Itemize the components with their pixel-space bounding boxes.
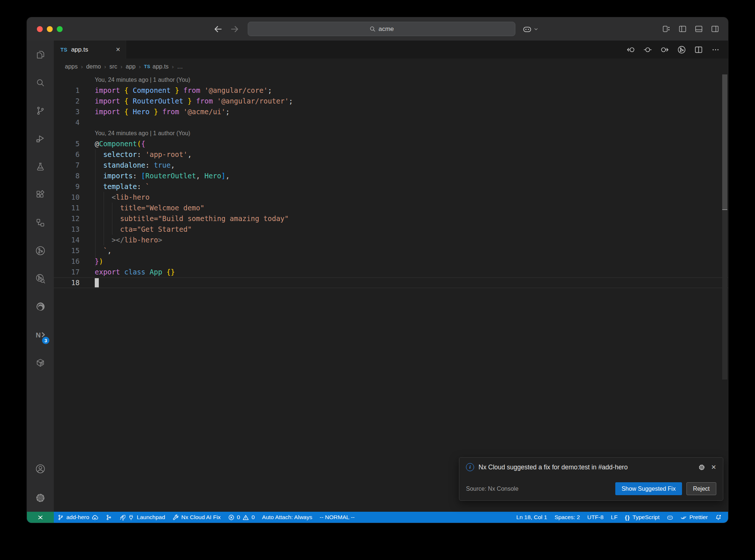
line-number[interactable]: 4 xyxy=(54,117,95,128)
vim-mode-status[interactable]: -- NORMAL -- xyxy=(316,512,358,523)
sidebar-item-source-control[interactable] xyxy=(27,97,54,125)
history-forward-button[interactable] xyxy=(230,24,240,34)
history-back-button[interactable] xyxy=(213,24,223,34)
vertical-scrollbar[interactable] xyxy=(721,74,728,512)
line-number[interactable]: 10 xyxy=(54,192,95,203)
sidebar-item-edge-browser[interactable] xyxy=(27,293,54,321)
code-line-3[interactable]: 3import { Hero } from '@acme/ui'; xyxy=(54,106,728,117)
sidebar-item-testing[interactable] xyxy=(27,153,54,181)
breadcrumb-item-appts[interactable]: TSapp.ts xyxy=(144,63,169,70)
toggle-panel-left-icon[interactable] xyxy=(678,25,687,33)
code-line-13[interactable]: 13 cta="Get Started" xyxy=(54,224,728,235)
close-window-button[interactable] xyxy=(37,26,43,32)
nav-back-icon[interactable] xyxy=(626,45,635,54)
line-number[interactable]: 18 xyxy=(54,277,95,288)
sidebar-item-explorer[interactable] xyxy=(27,41,54,69)
chevron-down-icon xyxy=(533,27,539,32)
breadcrumb-item-[interactable]: … xyxy=(177,63,183,70)
commit-graph-status[interactable] xyxy=(102,512,115,523)
code-line-10[interactable]: 10 <lib-hero xyxy=(54,192,728,203)
problems-status[interactable]: 00 xyxy=(225,512,258,523)
sidebar-item-extensions[interactable] xyxy=(27,181,54,209)
sidebar-item-settings[interactable] xyxy=(27,484,54,512)
sidebar-item-accounts[interactable] xyxy=(27,456,54,484)
show-suggested-fix-button[interactable]: Show Suggested Fix xyxy=(615,482,682,495)
line-number[interactable]: 2 xyxy=(54,96,95,106)
breadcrumb-item-src[interactable]: src xyxy=(109,63,117,70)
sidebar-item-run-and-debug[interactable] xyxy=(27,125,54,153)
code-line-14[interactable]: 14 ></lib-hero> xyxy=(54,235,728,245)
sidebar-item-graph-search[interactable] xyxy=(27,265,54,293)
symbol-ref-icon[interactable] xyxy=(643,45,652,54)
git-branch-status[interactable]: add-hero xyxy=(54,512,102,523)
code-line-17[interactable]: 17export class App {} xyxy=(54,267,728,277)
sidebar-item-nx-console[interactable]: N3 xyxy=(27,321,54,349)
formatter-status[interactable]: Prettier xyxy=(677,512,711,523)
line-number[interactable]: 3 xyxy=(54,106,95,117)
encoding-status[interactable]: UTF-8 xyxy=(584,512,607,523)
code-line-12[interactable]: 12 subtitle="Build something amazing tod… xyxy=(54,213,728,224)
nx-cloud-ai-fix-status[interactable]: Nx Cloud AI Fix xyxy=(169,512,225,523)
indentation-status[interactable]: Spaces: 2 xyxy=(551,512,584,523)
line-number[interactable]: 5 xyxy=(54,139,95,149)
code-line-2[interactable]: 2import { RouterOutlet } from '@angular/… xyxy=(54,96,728,106)
more-actions-icon[interactable] xyxy=(711,45,720,54)
reject-button[interactable]: Reject xyxy=(686,482,716,495)
code-line-1[interactable]: 1import { Component } from '@angular/cor… xyxy=(54,85,728,96)
line-number[interactable]: 1 xyxy=(54,85,95,96)
sidebar-item-search[interactable] xyxy=(27,69,54,97)
line-number[interactable]: 13 xyxy=(54,224,95,235)
minimize-window-button[interactable] xyxy=(47,26,53,32)
line-number[interactable]: 12 xyxy=(54,213,95,224)
language-status[interactable]: {}TypeScript xyxy=(621,512,663,523)
code-line-8[interactable]: 8 imports: [RouterOutlet, Hero], xyxy=(54,171,728,181)
line-number[interactable]: 14 xyxy=(54,235,95,245)
notification-settings-gear-icon[interactable] xyxy=(698,464,705,471)
auto-attach-status[interactable]: Auto Attach: Always xyxy=(258,512,316,523)
sidebar-item-project-graph[interactable] xyxy=(27,237,54,265)
tab-close-icon[interactable]: ✕ xyxy=(116,46,121,53)
line-number[interactable]: 9 xyxy=(54,181,95,192)
launchpad-status[interactable]: Launchpad xyxy=(115,512,169,523)
code-line-15[interactable]: 15 `, xyxy=(54,245,728,256)
code-line-7[interactable]: 7 standalone: true, xyxy=(54,160,728,171)
line-number[interactable]: 16 xyxy=(54,256,95,267)
toggle-panel-bottom-icon[interactable] xyxy=(695,25,703,33)
line-number[interactable]: 6 xyxy=(54,149,95,160)
copilot-menu[interactable] xyxy=(523,17,539,41)
titlebar[interactable]: acme xyxy=(27,17,728,41)
code-line-18[interactable]: 18 xyxy=(54,277,728,288)
customize-layout-icon[interactable] xyxy=(662,25,671,33)
tab-app-ts[interactable]: TS app.ts ✕ xyxy=(54,41,126,59)
code-line-9[interactable]: 9 template: ` xyxy=(54,181,728,192)
line-number[interactable]: 8 xyxy=(54,171,95,181)
breadcrumb-item-app[interactable]: app xyxy=(126,63,136,70)
notifications-status[interactable] xyxy=(711,512,725,523)
scrollbar-thumb[interactable] xyxy=(722,74,727,209)
code-line-16[interactable]: 16}) xyxy=(54,256,728,267)
zoom-window-button[interactable] xyxy=(57,26,63,32)
notification-close-icon[interactable]: ✕ xyxy=(711,463,716,471)
breadcrumb-item-demo[interactable]: demo xyxy=(86,63,101,70)
command-center-search[interactable]: acme xyxy=(248,22,515,36)
toggle-panel-right-icon[interactable] xyxy=(711,25,719,33)
copilot-status[interactable] xyxy=(663,512,677,523)
code-line-4[interactable]: 4 xyxy=(54,117,728,128)
line-number[interactable]: 7 xyxy=(54,160,95,171)
code-editor[interactable]: You, 24 minutes ago | 1 author (You)1imp… xyxy=(54,74,728,512)
nav-forward-icon[interactable] xyxy=(660,45,669,54)
breadcrumb-item-apps[interactable]: apps xyxy=(65,63,78,70)
remote-indicator[interactable] xyxy=(27,512,54,523)
code-line-5[interactable]: 5@Component({ xyxy=(54,139,728,149)
sidebar-item-containers[interactable] xyxy=(27,349,54,377)
line-number[interactable]: 11 xyxy=(54,203,95,213)
nx-run-icon[interactable] xyxy=(677,45,686,54)
line-number[interactable]: 17 xyxy=(54,267,95,277)
code-line-11[interactable]: 11 title="Welcmoe demo" xyxy=(54,203,728,213)
line-number[interactable]: 15 xyxy=(54,245,95,256)
eol-status[interactable]: LF xyxy=(607,512,621,523)
split-editor-icon[interactable] xyxy=(694,45,703,54)
cursor-position-status[interactable]: Ln 18, Col 1 xyxy=(513,512,551,523)
sidebar-item-hierarchy[interactable] xyxy=(27,209,54,237)
code-line-6[interactable]: 6 selector: 'app-root', xyxy=(54,149,728,160)
